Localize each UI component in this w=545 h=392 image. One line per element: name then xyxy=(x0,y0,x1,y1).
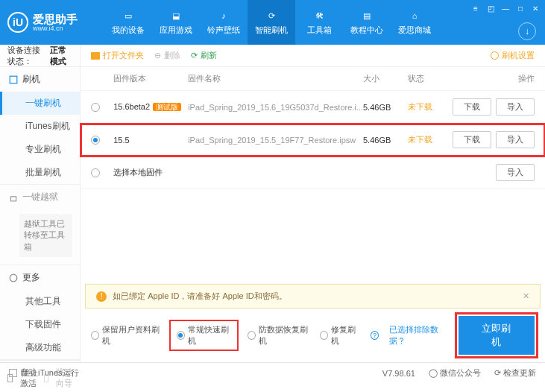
mode-repair[interactable]: 修复刷机 xyxy=(320,324,360,347)
warning-close-icon[interactable]: ✕ xyxy=(523,291,529,301)
content: 打开文件夹 ⊖ 删除 ⟳ 刷新 刷机设置 固件版本 固件名称 大小 状态 操作 … xyxy=(81,45,545,362)
toolbar: 打开文件夹 ⊖ 删除 ⟳ 刷新 刷机设置 xyxy=(81,45,545,67)
group-jailbreak-header[interactable]: 一键越狱 xyxy=(0,185,80,209)
local-firmware-row[interactable]: 选择本地固件 导入 xyxy=(81,157,545,189)
sidebar-item-advanced[interactable]: 高级功能 xyxy=(0,336,80,359)
connection-status: 设备连接状态： 正常模式 xyxy=(0,45,80,67)
group-more-header[interactable]: 更多 xyxy=(0,265,80,290)
nav-apps[interactable]: ⬓应用游戏 xyxy=(152,0,200,45)
nav-toolbox[interactable]: 🛠工具箱 xyxy=(295,0,343,45)
import-button[interactable]: 导入 xyxy=(496,164,535,181)
refresh-icon: ⟳ xyxy=(265,9,278,22)
lock-icon xyxy=(9,193,18,202)
beta-tag: 测试版 xyxy=(153,103,181,111)
cart-icon: ⌂ xyxy=(408,9,421,22)
nav-my-device[interactable]: ▭我的设备 xyxy=(104,0,152,45)
skip-guide-checkbox[interactable] xyxy=(44,374,49,382)
version-label: V7.98.61 xyxy=(382,369,415,378)
sidebar: 设备连接状态： 正常模式 刷机 一键刷机 iTunes刷机 专业刷机 批量刷机 … xyxy=(0,45,81,362)
gear-icon xyxy=(491,51,499,60)
svg-rect-1 xyxy=(10,196,16,200)
import-button[interactable]: 导入 xyxy=(496,131,535,148)
nav-store[interactable]: ⌂爱思商城 xyxy=(391,0,438,45)
flash-icon xyxy=(9,75,18,84)
table-header: 固件版本 固件名称 大小 状态 操作 xyxy=(81,67,545,91)
svg-point-2 xyxy=(10,274,17,282)
refresh-button[interactable]: ⟳ 刷新 xyxy=(191,50,217,61)
sidebar-item-othertools[interactable]: 其他工具 xyxy=(0,290,80,313)
app-logo: iU 爱思助手 www.i4.cn xyxy=(7,12,104,33)
nav-flash[interactable]: ⟳智能刷机 xyxy=(248,0,295,45)
titlebar: iU 爱思助手 www.i4.cn ▭我的设备 ⬓应用游戏 ♪铃声壁纸 ⟳智能刷… xyxy=(0,0,545,45)
delete-button[interactable]: ⊖ 删除 xyxy=(154,50,180,61)
firmware-row[interactable]: 15.6beta2测试版 iPad_Spring_2019_15.6_19G50… xyxy=(81,91,545,124)
block-itunes-checkbox[interactable] xyxy=(9,369,17,377)
wechat-link[interactable]: ◯ 微信公众号 xyxy=(429,367,481,379)
flash-now-button[interactable]: 立即刷机 xyxy=(459,316,535,355)
phone-icon: ▭ xyxy=(122,9,135,22)
svg-rect-0 xyxy=(10,76,17,83)
row-radio[interactable] xyxy=(91,136,100,145)
skin-icon[interactable]: ◰ xyxy=(485,3,496,13)
app-site: www.i4.cn xyxy=(33,25,78,32)
nav-ringtones[interactable]: ♪铃声壁纸 xyxy=(200,0,248,45)
connection-mode: 正常模式 xyxy=(50,45,72,67)
flash-settings-button[interactable]: 刷机设置 xyxy=(491,50,535,61)
mode-normal[interactable]: 常规快速刷机 xyxy=(171,321,237,350)
maximize-icon[interactable]: □ xyxy=(515,3,526,13)
window-controls: ≡ ◰ — □ ✕ xyxy=(470,3,541,13)
exclude-data-link[interactable]: 已选择排除数据？ xyxy=(389,324,448,347)
sidebar-item-oneclick[interactable]: 一键刷机 xyxy=(0,92,80,115)
nav-tutorials[interactable]: ▤教程中心 xyxy=(343,0,391,45)
import-button[interactable]: 导入 xyxy=(496,98,535,116)
mode-anti-recovery[interactable]: 防数据恢复刷机 xyxy=(248,324,309,347)
apps-icon: ⬓ xyxy=(169,9,183,22)
logo-icon: iU xyxy=(7,12,28,33)
menu-icon[interactable]: ≡ xyxy=(470,3,481,13)
download-manager-icon[interactable]: ↓ xyxy=(518,22,536,40)
warning-icon: ! xyxy=(96,291,107,302)
sidebar-item-itunes[interactable]: iTunes刷机 xyxy=(0,115,80,138)
row-radio[interactable] xyxy=(91,168,100,177)
firmware-row-selected[interactable]: 15.5 iPad_Spring_2019_15.5_19F77_Restore… xyxy=(81,124,545,157)
minimize-icon[interactable]: — xyxy=(500,3,511,13)
jailbreak-note: 越狱工具已转移至工具箱 xyxy=(19,214,72,257)
download-button[interactable]: 下载 xyxy=(453,98,491,116)
sidebar-item-pro[interactable]: 专业刷机 xyxy=(0,138,80,161)
music-icon: ♪ xyxy=(217,9,230,22)
check-update-link[interactable]: ⟳ 检查更新 xyxy=(494,367,536,379)
folder-icon xyxy=(91,52,100,60)
info-icon[interactable]: ? xyxy=(371,331,379,340)
sidebar-item-download-fw[interactable]: 下载固件 xyxy=(0,313,80,336)
warning-bar: ! 如已绑定 Apple ID，请准备好 Apple ID和密码。 ✕ xyxy=(85,284,541,309)
mode-keep-data[interactable]: 保留用户资料刷机 xyxy=(91,324,160,347)
open-folder-button[interactable]: 打开文件夹 xyxy=(91,50,144,61)
toolbox-icon: 🛠 xyxy=(312,9,326,22)
flash-mode-bar: 保留用户资料刷机 常规快速刷机 防数据恢复刷机 修复刷机 ? 已选择排除数据？ … xyxy=(81,309,545,362)
statusbar: 阻止iTunes运行 V7.98.61 ◯ 微信公众号 ⟳ 检查更新 xyxy=(0,362,545,383)
group-flash-header[interactable]: 刷机 xyxy=(0,67,80,92)
row-radio[interactable] xyxy=(91,103,100,112)
sidebar-item-batch[interactable]: 批量刷机 xyxy=(0,161,80,184)
more-icon xyxy=(9,274,18,282)
app-name: 爱思助手 xyxy=(33,13,78,25)
book-icon: ▤ xyxy=(360,9,374,22)
download-button[interactable]: 下载 xyxy=(453,131,491,148)
close-icon[interactable]: ✕ xyxy=(530,3,541,13)
